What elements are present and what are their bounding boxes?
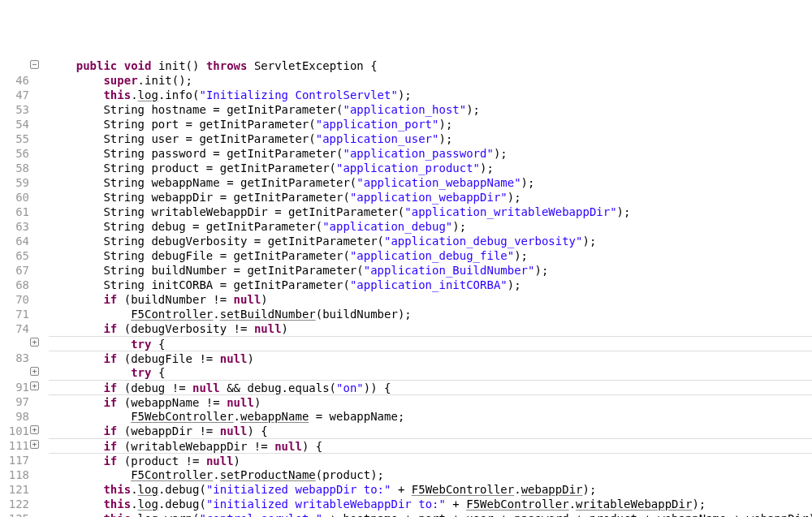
reference: webappDir	[521, 483, 583, 496]
keyword: throws	[206, 59, 248, 72]
fold-expand-icon[interactable]: +	[30, 381, 39, 390]
reference: F5WebController	[466, 498, 568, 511]
identifier: )	[261, 293, 267, 306]
identifier: ) {	[247, 424, 267, 437]
line-number: 74	[0, 321, 39, 336]
string-literal: "application_webappDir"	[350, 191, 508, 204]
code-line[interactable]: String webappName = getInitParameter("ap…	[49, 175, 812, 190]
code-line[interactable]: if (debugVerbosity != null)	[49, 321, 812, 336]
reference: webappName	[240, 410, 309, 423]
code-line[interactable]: String buildNumber = getInitParameter("a…	[49, 263, 812, 278]
identifier: .init();	[138, 74, 192, 87]
line-number: 64	[0, 234, 39, 248]
code-line[interactable]: String password = getInitParameter("appl…	[49, 146, 812, 161]
identifier: .	[213, 308, 219, 321]
code-line[interactable]: if (writableWebappDir != null) {	[49, 438, 812, 453]
code-line[interactable]: this.log.debug("initialized writableWeba…	[49, 497, 812, 511]
code-line[interactable]: String debugFile = getInitParameter("app…	[49, 248, 812, 263]
identifier: String webappDir = getInitParameter(	[103, 191, 349, 204]
identifier: );	[438, 118, 452, 131]
identifier: .	[569, 498, 576, 511]
keyword: if	[103, 424, 117, 437]
string-literal: "application_port"	[316, 118, 439, 131]
line-number: 58	[0, 161, 39, 175]
identifier: )	[282, 322, 288, 335]
code-line[interactable]: super.init();	[49, 73, 812, 88]
line-number: 46	[0, 73, 39, 88]
identifier: (debug !=	[117, 381, 192, 394]
code-line[interactable]: try {	[49, 336, 812, 351]
code-line[interactable]: String product = getInitParameter("appli…	[49, 161, 812, 175]
reference: F5WebController	[131, 410, 233, 423]
reference: writableWebappDir	[576, 498, 692, 511]
keyword: null	[220, 424, 248, 437]
code-line[interactable]: this.log.info("Initializing ControlServl…	[49, 88, 812, 102]
code-line[interactable]: F5Controller.setProductName(product);	[49, 467, 812, 482]
code-line[interactable]: if (product != null)	[49, 453, 812, 467]
string-literal: "application_writableWebappDir"	[404, 205, 616, 218]
code-area[interactable]: public void init() throws ServletExcepti…	[42, 58, 812, 517]
line-number: −	[0, 58, 39, 73]
identifier: .debug(	[158, 483, 206, 496]
code-line[interactable]: String debugVerbosity = getInitParameter…	[49, 234, 812, 248]
line-number: 56	[0, 146, 39, 161]
reference: F5WebController	[412, 483, 514, 496]
keyword: if	[103, 455, 117, 467]
code-line[interactable]: String hostname = getInitParameter("appl…	[49, 102, 812, 117]
identifier: .	[234, 410, 240, 423]
code-editor: −464753545556585960616364656768707174+83…	[0, 58, 812, 517]
identifier: (buildNumber !=	[117, 293, 233, 306]
identifier: {	[151, 338, 165, 351]
identifier: (product);	[316, 468, 384, 481]
code-line[interactable]: F5WebController.webappName = webappName;	[49, 409, 812, 424]
keyword: if	[103, 352, 117, 365]
string-literal: "application_initCORBA"	[350, 278, 508, 291]
identifier: );	[534, 264, 548, 277]
line-number: 71	[0, 307, 39, 321]
string-literal: "application_password"	[343, 147, 493, 160]
code-line[interactable]: try {	[49, 365, 812, 380]
line-number: 55	[0, 131, 39, 146]
code-line[interactable]: if (webappDir != null) {	[49, 424, 812, 438]
code-line[interactable]: public void init() throws ServletExcepti…	[49, 58, 812, 73]
reference: log	[138, 88, 158, 101]
identifier: String buildNumber = getInitParameter(	[103, 264, 363, 277]
identifier: (webappDir !=	[117, 424, 219, 437]
identifier: String webappName = getInitParameter(	[103, 176, 356, 189]
code-line[interactable]: String webappDir = getInitParameter("app…	[49, 190, 812, 205]
code-line[interactable]: if (webappName != null)	[49, 394, 812, 409]
line-number: 117	[0, 453, 39, 467]
code-line[interactable]: this.log.warn("control servlet:" + hostn…	[49, 511, 812, 517]
fold-expand-icon[interactable]: +	[30, 440, 39, 449]
code-line[interactable]: this.log.debug("initialized webappDir to…	[49, 482, 812, 497]
identifier: .	[514, 483, 520, 496]
fold-expand-icon[interactable]: +	[30, 338, 39, 347]
code-line[interactable]: String initCORBA = getInitParameter("app…	[49, 278, 812, 292]
code-line[interactable]: String debug = getInitParameter("applica…	[49, 219, 812, 234]
code-line[interactable]: String port = getInitParameter("applicat…	[49, 117, 812, 131]
string-literal: "application_debug_verbosity"	[384, 235, 582, 248]
line-number: 61	[0, 205, 39, 219]
identifier: .warn(	[158, 512, 200, 517]
reference: F5Controller	[131, 468, 213, 481]
fold-expand-icon[interactable]: +	[30, 425, 39, 434]
code-line[interactable]: String writableWebappDir = getInitParame…	[49, 205, 812, 219]
fold-collapse-icon[interactable]: −	[30, 60, 39, 69]
keyword: this	[103, 483, 131, 496]
identifier: String port = getInitParameter(	[103, 118, 315, 131]
code-line[interactable]: if (debugFile != null)	[49, 351, 812, 365]
code-line[interactable]: String user = getInitParameter("applicat…	[49, 131, 812, 146]
identifier: )) {	[364, 381, 391, 394]
identifier: );	[398, 88, 412, 101]
code-line[interactable]: if (debug != null && debug.equals("on"))…	[49, 380, 812, 394]
string-literal: "initialized writableWebappDir to:"	[206, 498, 446, 511]
line-number: 65	[0, 248, 39, 263]
line-number: 63	[0, 219, 39, 234]
line-number: 111+	[0, 438, 39, 453]
line-number: 60	[0, 190, 39, 205]
identifier: );	[466, 103, 480, 116]
code-line[interactable]: if (buildNumber != null)	[49, 292, 812, 307]
identifier: (webappName !=	[117, 396, 227, 409]
fold-expand-icon[interactable]: +	[30, 367, 39, 376]
code-line[interactable]: F5Controller.setBuildNumber(buildNumber)…	[49, 307, 812, 321]
